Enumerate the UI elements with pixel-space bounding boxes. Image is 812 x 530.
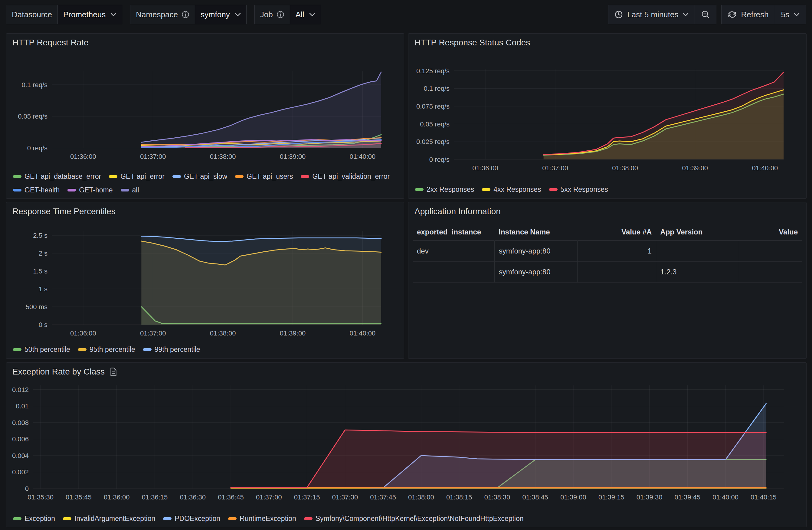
job-select[interactable]: All (290, 5, 321, 24)
panel-description-icon[interactable] (110, 368, 117, 376)
panel-title-text: HTTP Response Status Codes (415, 38, 530, 47)
time-range-picker[interactable]: Last 5 minutes (608, 5, 695, 24)
chart-canvas-http_request_rate[interactable]: 0 req/s0.05 req/s0.1 req/s01:36:0001:37:… (6, 33, 404, 164)
data-table: exported_instanceInstance NameValue #AAp… (413, 223, 802, 282)
y-axis-tick-label: 0 s (39, 321, 47, 328)
series-area (141, 72, 381, 148)
panel-exception-rate-by-class: Exception Rate by Class 00.0020.0040.006… (6, 363, 807, 527)
namespace-select[interactable]: symfony (195, 5, 246, 24)
x-axis-tick-label: 01:38:00 (210, 153, 236, 160)
x-axis-tick-label: 01:39:00 (280, 329, 306, 337)
legend-item[interactable]: InvalidArgumentException (63, 515, 155, 523)
legend-item[interactable]: all (121, 186, 139, 194)
panel-title[interactable]: HTTP Request Rate (12, 38, 89, 47)
y-axis-tick-label: 0.1 req/s (423, 85, 450, 92)
x-axis-tick-label: 01:37:15 (294, 494, 320, 501)
legend-item[interactable]: Symfony\Component\HttpKernel\Exception\N… (304, 515, 524, 523)
legend-item[interactable]: GET-home (68, 186, 113, 194)
refresh-interval-picker[interactable]: 5s (775, 5, 806, 24)
refresh-icon (728, 10, 737, 19)
y-axis-tick-label: 0.012 (12, 386, 29, 394)
legend-swatch (482, 188, 490, 191)
column-header[interactable]: App Version (656, 223, 739, 241)
y-axis-tick-label: 0.006 (12, 435, 29, 443)
x-axis-tick-label: 01:39:45 (675, 494, 701, 501)
legend-item[interactable]: GET-api_slow (172, 173, 227, 181)
toolbar-right: Last 5 minutes Refresh 5s (608, 5, 806, 24)
table-row: symfony-app:801.2.3 (413, 262, 802, 282)
column-header[interactable]: Value (739, 223, 802, 241)
legend-item[interactable]: GET-api_error (109, 173, 164, 181)
zoom-out-button[interactable] (695, 5, 716, 24)
job-value: All (295, 10, 304, 19)
legend-label: GET-api_slow (184, 173, 227, 181)
chart-exception-rate-by-class[interactable]: 00.0020.0040.0060.0080.010.01201:35:3001… (6, 363, 806, 505)
panel-title[interactable]: HTTP Response Status Codes (415, 38, 530, 47)
legend-item[interactable]: 95th percentile (78, 345, 135, 354)
legend-label: 2xx Responses (426, 186, 474, 194)
y-axis-tick-label: 0.05 req/s (420, 120, 450, 128)
legend-item[interactable]: 2xx Responses (415, 186, 474, 194)
column-header[interactable]: Instance Name (494, 223, 577, 241)
info-icon (182, 11, 189, 18)
column-header[interactable]: Value #A (577, 223, 656, 241)
legend-swatch (301, 175, 309, 178)
legend-item[interactable]: GET-api_users (235, 173, 293, 181)
panel-title[interactable]: Exception Rate by Class (12, 367, 117, 377)
y-axis-tick-label: 1 s (39, 285, 47, 293)
column-header[interactable]: exported_instance (413, 223, 494, 241)
chart-response-time-percentiles[interactable]: 0 s500 ms1 s1.5 s2 s2.5 s01:36:0001:37:0… (6, 202, 404, 341)
x-axis-tick-label: 01:40:00 (712, 494, 739, 501)
legend-label: GET-api_database_error (25, 173, 101, 181)
table-cell: dev (413, 241, 494, 262)
x-axis-tick-label: 01:37:00 (542, 164, 568, 172)
y-axis-tick-label: 1.5 s (33, 267, 47, 275)
legend-item[interactable]: 99th percentile (143, 345, 200, 354)
legend-item[interactable]: 50th percentile (13, 345, 70, 354)
panel-title[interactable]: Application Information (415, 207, 501, 216)
datasource-variable: Datasource Prometheus (6, 5, 122, 24)
chevron-down-icon (682, 13, 688, 16)
legend-swatch (143, 348, 151, 351)
x-axis-tick-label: 01:37:00 (140, 153, 166, 160)
chart-http-response-status-codes[interactable]: 0 req/s0.025 req/s0.05 req/s0.075 req/s0… (408, 33, 806, 176)
legend-item[interactable]: Exception (13, 515, 55, 523)
x-axis-tick-label: 01:38:00 (612, 164, 638, 172)
series-area (231, 430, 766, 488)
panel-http-response-status-codes: HTTP Response Status Codes 0 req/s0.025 … (408, 33, 807, 199)
x-axis-tick-label: 01:37:00 (140, 329, 166, 337)
datasource-select[interactable]: Prometheus (57, 5, 122, 24)
legend-item[interactable]: PDOException (163, 515, 220, 523)
table-cell (577, 262, 656, 282)
y-axis-tick-label: 0 req/s (27, 144, 47, 152)
legend-item[interactable]: RuntimeException (228, 515, 296, 523)
job-label-text: Job (260, 10, 273, 19)
time-range-label: Last 5 minutes (627, 10, 678, 19)
y-axis-tick-label: 0.125 req/s (416, 67, 450, 75)
panel-title[interactable]: Response Time Percentiles (12, 207, 116, 216)
legend-label: RuntimeException (240, 515, 296, 523)
legend-label: 50th percentile (25, 345, 70, 354)
chevron-down-icon (794, 13, 800, 16)
table-row: devsymfony-app:801 (413, 241, 802, 262)
legend-item[interactable]: GET-api_validation_error (301, 173, 390, 181)
chart-http-request-rate[interactable]: 0 req/s0.05 req/s0.1 req/s01:36:0001:37:… (6, 33, 404, 164)
legend-swatch (235, 175, 244, 178)
refresh-button[interactable]: Refresh (722, 5, 774, 24)
application-information-table: exported_instanceInstance NameValue #AAp… (413, 223, 802, 282)
legend-swatch (13, 189, 21, 191)
job-variable: Job All (255, 5, 321, 24)
datasource-label-text: Datasource (12, 10, 52, 19)
legend-item[interactable]: 4xx Responses (482, 186, 541, 194)
y-axis-tick-label: 0.075 req/s (416, 103, 450, 110)
legend-item[interactable]: 5xx Responses (549, 186, 608, 194)
x-axis-tick-label: 01:40:00 (350, 329, 376, 337)
legend-item[interactable]: GET-health (13, 186, 60, 194)
namespace-variable: Namespace symfony (130, 5, 247, 24)
chart-canvas-response_time_percentiles[interactable]: 0 s500 ms1 s1.5 s2 s2.5 s01:36:0001:37:0… (6, 202, 404, 341)
chart-canvas-exception_rate_by_class[interactable]: 00.0020.0040.0060.0080.010.01201:35:3001… (6, 363, 806, 505)
legend-item[interactable]: GET-api_database_error (13, 173, 101, 181)
y-axis-tick-label: 0.004 (12, 452, 29, 459)
chart-canvas-http_response_status_codes[interactable]: 0 req/s0.025 req/s0.05 req/s0.075 req/s0… (408, 33, 806, 176)
x-axis-tick-label: 01:40:00 (350, 153, 376, 160)
